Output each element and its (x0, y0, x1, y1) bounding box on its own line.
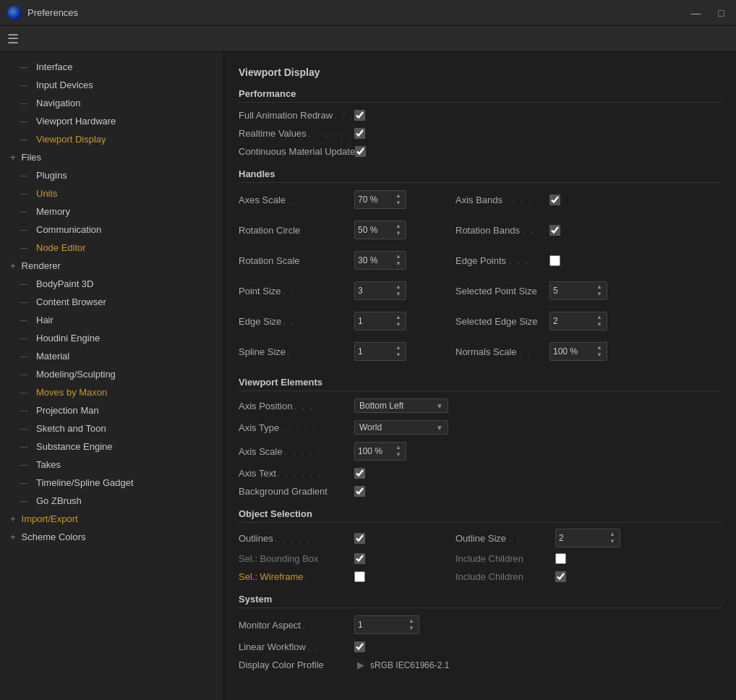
sidebar-item-moves-by-maxon[interactable]: Moves by Maxon (0, 383, 223, 401)
spline-size-spinner[interactable]: ▲ ▼ (354, 342, 406, 361)
sidebar-item-modeling-sculpting[interactable]: Modeling/Sculpting (0, 365, 223, 383)
normals-scale-input[interactable] (553, 346, 589, 357)
sidebar-item-takes[interactable]: Takes (0, 456, 223, 474)
sel-wireframe-checkbox[interactable] (354, 571, 365, 582)
selected-point-size-input[interactable] (553, 286, 589, 296)
sidebar-label-viewport-hardware: Viewport Hardware (36, 116, 116, 127)
rotation-bands-checkbox[interactable] (549, 225, 560, 236)
axes-scale-spinner[interactable]: ▲ ▼ (354, 190, 406, 209)
normals-scale-spinner[interactable]: ▲ ▼ (549, 342, 607, 361)
outline-size-input[interactable] (559, 533, 595, 543)
sidebar-item-timeline-spline-gadget[interactable]: Timeline/Spline Gadget (0, 474, 223, 492)
axes-scale-up[interactable]: ▲ (394, 192, 403, 200)
full-animation-redraw-checkbox[interactable] (354, 110, 365, 121)
outline-size-up[interactable]: ▲ (608, 531, 617, 538)
include-children-2-checkbox[interactable] (555, 571, 566, 582)
sidebar-item-units[interactable]: Units (0, 184, 223, 202)
background-gradient-label: Background Gradient (239, 486, 354, 497)
axis-bands-checkbox[interactable] (549, 195, 560, 205)
selected-point-size-down[interactable]: ▼ (595, 291, 604, 298)
sidebar-item-plugins[interactable]: Plugins (0, 166, 223, 184)
sidebar-item-hair[interactable]: Hair (0, 311, 223, 329)
sidebar-item-navigation[interactable]: Navigation (0, 94, 223, 112)
sidebar-item-bodypaint-3d[interactable]: BodyPaint 3D (0, 275, 223, 293)
display-color-profile-row: Display Color Profile ▶ sRGB IEC61966-2.… (239, 658, 722, 672)
monitor-aspect-spinner[interactable]: ▲ ▼ (354, 615, 419, 634)
menu-icon[interactable]: ☰ (7, 31, 19, 47)
selected-point-size-spinner[interactable]: ▲ ▼ (549, 281, 607, 300)
selected-edge-size-input[interactable] (553, 316, 589, 326)
spline-size-down[interactable]: ▼ (394, 351, 403, 359)
include-children-1-label: Include Children (455, 553, 549, 564)
monitor-aspect-input[interactable] (358, 620, 394, 630)
normals-scale-down[interactable]: ▼ (595, 351, 604, 359)
monitor-aspect-down[interactable]: ▼ (407, 625, 416, 632)
minimize-button[interactable]: — (687, 6, 706, 20)
sidebar-item-viewport-hardware[interactable]: Viewport Hardware (0, 112, 223, 130)
rotation-circle-up[interactable]: ▲ (394, 223, 403, 230)
sidebar-item-node-editor[interactable]: Node Editor (0, 239, 223, 257)
selected-point-size-up[interactable]: ▲ (595, 283, 604, 291)
axis-scale-up[interactable]: ▲ (394, 444, 403, 451)
sidebar-item-communication[interactable]: Communication (0, 221, 223, 239)
axis-type-select-wrap[interactable]: World Local Screen ▼ (354, 420, 448, 435)
sidebar-item-viewport-display[interactable]: Viewport Display (0, 130, 223, 148)
rotation-circle-spinner[interactable]: ▲ ▼ (354, 221, 406, 239)
rotation-scale-spinner[interactable]: ▲ ▼ (354, 251, 406, 270)
edge-size-input[interactable] (358, 316, 394, 326)
spline-size-input[interactable] (358, 346, 394, 357)
rotation-scale-up[interactable]: ▲ (394, 253, 403, 260)
edge-size-spinner[interactable]: ▲ ▼ (354, 312, 406, 330)
selected-edge-size-spinner[interactable]: ▲ ▼ (549, 312, 607, 330)
sidebar-item-input-devices[interactable]: Input Devices (0, 76, 223, 94)
normals-scale-up[interactable]: ▲ (595, 344, 604, 351)
edge-points-checkbox[interactable] (549, 255, 560, 266)
sidebar-item-material[interactable]: Material (0, 347, 223, 365)
point-size-up[interactable]: ▲ (394, 283, 403, 291)
outlines-checkbox[interactable] (354, 533, 365, 544)
sidebar-item-go-zbrush[interactable]: Go ZBrush (0, 492, 223, 510)
sidebar-item-scheme-colors[interactable]: + Scheme Colors (0, 528, 223, 546)
spline-size-up[interactable]: ▲ (394, 344, 403, 351)
outline-size-down[interactable]: ▼ (608, 538, 617, 545)
sidebar-item-sketch-and-toon[interactable]: Sketch and Toon (0, 419, 223, 438)
point-size-down[interactable]: ▼ (394, 291, 403, 298)
axes-scale-down[interactable]: ▼ (394, 200, 403, 207)
selected-edge-size-up[interactable]: ▲ (595, 314, 604, 321)
point-size-input[interactable] (358, 286, 394, 296)
axes-scale-input[interactable] (358, 195, 394, 205)
sidebar-item-houdini-engine[interactable]: Houdini Engine (0, 329, 223, 347)
sidebar-item-import-export[interactable]: + Import/Export (0, 510, 223, 528)
edge-size-down[interactable]: ▼ (394, 321, 403, 328)
linear-workflow-checkbox[interactable] (354, 641, 365, 652)
axis-text-checkbox[interactable] (354, 468, 365, 479)
sidebar-item-content-browser[interactable]: Content Browser (0, 293, 223, 311)
sidebar-item-memory[interactable]: Memory (0, 202, 223, 221)
axis-type-select[interactable]: World Local Screen (359, 422, 436, 432)
sidebar-item-renderer[interactable]: + Renderer (0, 257, 223, 275)
axis-position-select-wrap[interactable]: Bottom Left Top Left Top Right Bottom Ri… (354, 398, 448, 413)
rotation-circle-down[interactable]: ▼ (394, 230, 403, 237)
continuous-material-update-checkbox[interactable] (355, 146, 366, 157)
sidebar-item-files[interactable]: + Files (0, 148, 223, 166)
rotation-scale-input[interactable] (358, 255, 394, 265)
axis-scale-input[interactable] (358, 446, 394, 456)
realtime-values-checkbox[interactable] (354, 128, 365, 139)
selected-edge-size-down[interactable]: ▼ (595, 321, 604, 328)
monitor-aspect-up[interactable]: ▲ (407, 618, 416, 625)
sidebar-item-projection-man[interactable]: Projection Man (0, 401, 223, 419)
rotation-scale-down[interactable]: ▼ (394, 260, 403, 268)
axis-scale-down[interactable]: ▼ (394, 451, 403, 458)
include-children-1-checkbox[interactable] (555, 553, 566, 564)
sidebar-item-interface[interactable]: Interface (0, 58, 223, 76)
outline-size-spinner[interactable]: ▲ ▼ (555, 529, 620, 547)
point-size-spinner[interactable]: ▲ ▼ (354, 281, 406, 300)
sel-bounding-box-checkbox[interactable] (354, 553, 365, 564)
rotation-circle-input[interactable] (358, 225, 394, 235)
axis-scale-spinner[interactable]: ▲ ▼ (354, 442, 406, 461)
maximize-button[interactable]: □ (714, 6, 729, 20)
background-gradient-checkbox[interactable] (354, 486, 365, 497)
edge-size-up[interactable]: ▲ (394, 314, 403, 321)
sidebar-item-substance-engine[interactable]: Substance Engine (0, 438, 223, 456)
axis-position-select[interactable]: Bottom Left Top Left Top Right Bottom Ri… (359, 401, 436, 411)
